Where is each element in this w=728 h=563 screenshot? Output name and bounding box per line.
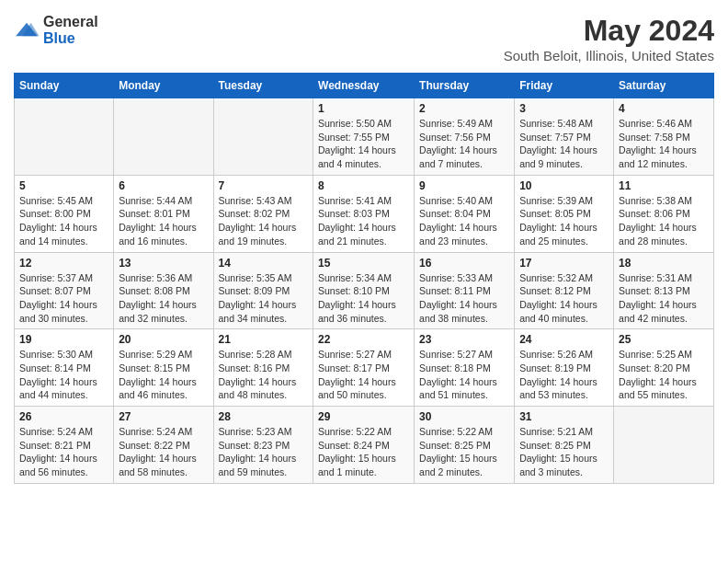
day-info: Sunrise: 5:24 AM Sunset: 8:22 PM Dayligh… (119, 425, 208, 479)
weekday-header-cell: Saturday (614, 74, 714, 98)
day-info: Sunrise: 5:21 AM Sunset: 8:25 PM Dayligh… (519, 425, 609, 479)
calendar-week-row: 26Sunrise: 5:24 AM Sunset: 8:21 PM Dayli… (15, 407, 714, 484)
day-number: 16 (419, 257, 509, 270)
day-info: Sunrise: 5:24 AM Sunset: 8:21 PM Dayligh… (19, 425, 108, 479)
day-info: Sunrise: 5:40 AM Sunset: 8:04 PM Dayligh… (419, 194, 509, 248)
day-number: 21 (219, 333, 309, 346)
day-number: 10 (519, 179, 609, 192)
calendar-body: 1Sunrise: 5:50 AM Sunset: 7:55 PM Daylig… (15, 98, 714, 484)
calendar-cell: 31Sunrise: 5:21 AM Sunset: 8:25 PM Dayli… (515, 407, 614, 484)
day-info: Sunrise: 5:32 AM Sunset: 8:12 PM Dayligh… (519, 271, 609, 326)
day-number: 6 (119, 179, 208, 192)
day-info: Sunrise: 5:26 AM Sunset: 8:19 PM Dayligh… (519, 348, 609, 402)
day-info: Sunrise: 5:33 AM Sunset: 8:11 PM Dayligh… (419, 271, 509, 326)
calendar-cell: 23Sunrise: 5:27 AM Sunset: 8:18 PM Dayli… (415, 329, 515, 407)
day-info: Sunrise: 5:48 AM Sunset: 7:57 PM Dayligh… (519, 117, 609, 171)
day-info: Sunrise: 5:25 AM Sunset: 8:20 PM Dayligh… (619, 348, 709, 402)
calendar-cell: 15Sunrise: 5:34 AM Sunset: 8:10 PM Dayli… (313, 252, 415, 329)
weekday-header-cell: Thursday (415, 74, 515, 98)
calendar-cell: 2Sunrise: 5:49 AM Sunset: 7:56 PM Daylig… (415, 98, 515, 176)
day-number: 3 (519, 102, 609, 115)
day-info: Sunrise: 5:50 AM Sunset: 7:55 PM Dayligh… (318, 117, 409, 171)
day-number: 14 (219, 257, 309, 270)
day-number: 13 (119, 257, 208, 270)
day-number: 28 (219, 410, 309, 423)
day-number: 30 (419, 410, 509, 423)
calendar-cell: 30Sunrise: 5:22 AM Sunset: 8:25 PM Dayli… (415, 407, 515, 484)
day-number: 20 (119, 333, 208, 346)
day-number: 26 (19, 410, 108, 423)
day-number: 31 (519, 410, 609, 423)
day-info: Sunrise: 5:30 AM Sunset: 8:14 PM Dayligh… (19, 348, 108, 402)
calendar-week-row: 19Sunrise: 5:30 AM Sunset: 8:14 PM Dayli… (15, 329, 714, 407)
calendar-cell (614, 407, 714, 484)
title-block: May 2024 South Beloit, Illinois, United … (504, 14, 714, 63)
day-info: Sunrise: 5:44 AM Sunset: 8:01 PM Dayligh… (119, 194, 208, 248)
calendar-week-row: 1Sunrise: 5:50 AM Sunset: 7:55 PM Daylig… (15, 98, 714, 176)
calendar-cell: 21Sunrise: 5:28 AM Sunset: 8:16 PM Dayli… (213, 329, 313, 407)
weekday-header-cell: Wednesday (313, 74, 415, 98)
day-info: Sunrise: 5:31 AM Sunset: 8:13 PM Dayligh… (619, 271, 709, 326)
calendar-cell: 1Sunrise: 5:50 AM Sunset: 7:55 PM Daylig… (313, 98, 415, 176)
day-info: Sunrise: 5:27 AM Sunset: 8:17 PM Dayligh… (318, 348, 409, 402)
day-info: Sunrise: 5:41 AM Sunset: 8:03 PM Dayligh… (318, 194, 409, 248)
calendar-cell (114, 98, 213, 176)
calendar-cell: 10Sunrise: 5:39 AM Sunset: 8:05 PM Dayli… (515, 175, 614, 252)
day-number: 15 (318, 257, 409, 270)
logo-text-blue: Blue (43, 30, 75, 46)
calendar-cell (15, 98, 114, 176)
day-info: Sunrise: 5:22 AM Sunset: 8:25 PM Dayligh… (419, 425, 509, 479)
calendar-cell: 6Sunrise: 5:44 AM Sunset: 8:01 PM Daylig… (114, 175, 213, 252)
weekday-header-cell: Tuesday (213, 74, 313, 98)
day-info: Sunrise: 5:27 AM Sunset: 8:18 PM Dayligh… (419, 348, 509, 402)
day-info: Sunrise: 5:39 AM Sunset: 8:05 PM Dayligh… (519, 194, 609, 248)
day-info: Sunrise: 5:35 AM Sunset: 8:09 PM Dayligh… (219, 271, 309, 326)
logo: General Blue (14, 14, 98, 47)
calendar-table: SundayMondayTuesdayWednesdayThursdayFrid… (14, 73, 714, 484)
calendar-cell: 25Sunrise: 5:25 AM Sunset: 8:20 PM Dayli… (614, 329, 714, 407)
calendar-cell: 3Sunrise: 5:48 AM Sunset: 7:57 PM Daylig… (515, 98, 614, 176)
day-info: Sunrise: 5:37 AM Sunset: 8:07 PM Dayligh… (19, 271, 108, 326)
calendar-cell: 7Sunrise: 5:43 AM Sunset: 8:02 PM Daylig… (213, 175, 313, 252)
weekday-header-cell: Monday (114, 74, 213, 98)
day-number: 23 (419, 333, 509, 346)
day-number: 11 (619, 179, 709, 192)
day-info: Sunrise: 5:49 AM Sunset: 7:56 PM Dayligh… (419, 117, 509, 171)
day-number: 25 (619, 333, 709, 346)
day-number: 17 (519, 257, 609, 270)
calendar-cell: 5Sunrise: 5:45 AM Sunset: 8:00 PM Daylig… (15, 175, 114, 252)
day-number: 2 (419, 102, 509, 115)
day-number: 18 (619, 257, 709, 270)
calendar-week-row: 5Sunrise: 5:45 AM Sunset: 8:00 PM Daylig… (15, 175, 714, 252)
calendar-cell: 24Sunrise: 5:26 AM Sunset: 8:19 PM Dayli… (515, 329, 614, 407)
subtitle: South Beloit, Illinois, United States (504, 48, 714, 63)
day-info: Sunrise: 5:29 AM Sunset: 8:15 PM Dayligh… (119, 348, 208, 402)
calendar-cell: 4Sunrise: 5:46 AM Sunset: 7:58 PM Daylig… (614, 98, 714, 176)
page-header: General Blue May 2024 South Beloit, Illi… (14, 14, 714, 63)
calendar-cell: 11Sunrise: 5:38 AM Sunset: 8:06 PM Dayli… (614, 175, 714, 252)
calendar-cell: 29Sunrise: 5:22 AM Sunset: 8:24 PM Dayli… (313, 407, 415, 484)
day-number: 12 (19, 257, 108, 270)
calendar-week-row: 12Sunrise: 5:37 AM Sunset: 8:07 PM Dayli… (15, 252, 714, 329)
day-number: 7 (219, 179, 309, 192)
day-info: Sunrise: 5:34 AM Sunset: 8:10 PM Dayligh… (318, 271, 409, 326)
weekday-header-cell: Sunday (15, 74, 114, 98)
calendar-cell: 16Sunrise: 5:33 AM Sunset: 8:11 PM Dayli… (415, 252, 515, 329)
calendar-cell: 12Sunrise: 5:37 AM Sunset: 8:07 PM Dayli… (15, 252, 114, 329)
logo-icon (14, 21, 40, 40)
day-info: Sunrise: 5:38 AM Sunset: 8:06 PM Dayligh… (619, 194, 709, 248)
calendar-cell: 20Sunrise: 5:29 AM Sunset: 8:15 PM Dayli… (114, 329, 213, 407)
logo-text-general: General (43, 14, 98, 29)
calendar-cell (213, 98, 313, 176)
day-number: 1 (318, 102, 409, 115)
calendar-cell: 27Sunrise: 5:24 AM Sunset: 8:22 PM Dayli… (114, 407, 213, 484)
calendar-cell: 17Sunrise: 5:32 AM Sunset: 8:12 PM Dayli… (515, 252, 614, 329)
day-info: Sunrise: 5:43 AM Sunset: 8:02 PM Dayligh… (219, 194, 309, 248)
calendar-cell: 8Sunrise: 5:41 AM Sunset: 8:03 PM Daylig… (313, 175, 415, 252)
day-info: Sunrise: 5:45 AM Sunset: 8:00 PM Dayligh… (19, 194, 108, 248)
day-number: 9 (419, 179, 509, 192)
calendar-cell: 13Sunrise: 5:36 AM Sunset: 8:08 PM Dayli… (114, 252, 213, 329)
calendar-cell: 19Sunrise: 5:30 AM Sunset: 8:14 PM Dayli… (15, 329, 114, 407)
day-number: 8 (318, 179, 409, 192)
weekday-header-cell: Friday (515, 74, 614, 98)
